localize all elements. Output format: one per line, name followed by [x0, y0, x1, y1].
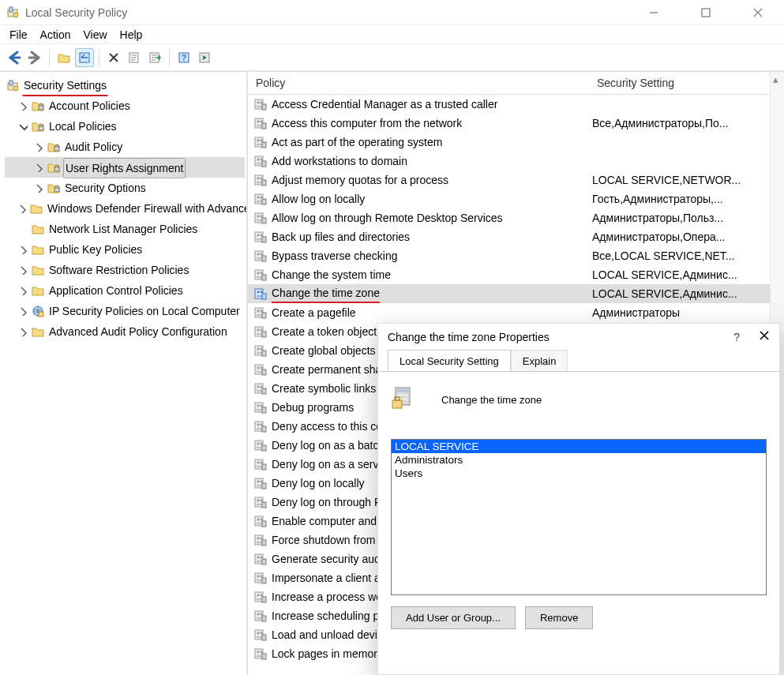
- expand-icon[interactable]: [17, 326, 28, 337]
- open-button[interactable]: [54, 48, 73, 67]
- policy-name: Generate security audits: [272, 551, 392, 567]
- policy-icon: [254, 363, 268, 376]
- policy-name: Create a token object: [272, 324, 377, 339]
- tab-explain[interactable]: Explain: [511, 350, 568, 372]
- dialog-title: Change the time zone Properties: [388, 331, 550, 343]
- tree-nlm[interactable]: Network List Manager Policies: [5, 219, 245, 239]
- expand-icon[interactable]: [17, 203, 27, 214]
- policy-name: Add workstations to domain: [272, 153, 407, 169]
- list-item[interactable]: Users: [392, 467, 766, 480]
- tree-local-policies[interactable]: Local Policies: [5, 116, 245, 137]
- tree-ipsec[interactable]: IP Security Policies on Local Computer: [5, 301, 245, 321]
- minimize-button[interactable]: [637, 2, 670, 24]
- policy-row[interactable]: Bypass traverse checkingВсе,LOCAL SERVIC…: [248, 246, 784, 265]
- dialog-help-button[interactable]: ?: [733, 331, 740, 343]
- policy-row[interactable]: Back up files and directoriesАдминистрат…: [248, 227, 784, 246]
- menu-help[interactable]: Help: [120, 28, 143, 41]
- policy-row[interactable]: Access this computer from the networkВсе…: [248, 114, 784, 133]
- folder-icon: [32, 264, 44, 276]
- column-header-policy[interactable]: Policy: [248, 77, 589, 89]
- policy-name: Access this computer from the network: [272, 115, 462, 131]
- tree-account-policies[interactable]: Account Policies: [5, 96, 245, 116]
- folder-lock-icon: [32, 99, 44, 112]
- policy-icon: [254, 268, 268, 281]
- policy-row[interactable]: Access Credential Manager as a trusted c…: [248, 95, 784, 114]
- window-title: Local Security Policy: [25, 6, 637, 19]
- policy-name: Create a pagefile: [272, 305, 356, 321]
- policy-icon: [254, 117, 268, 129]
- toolbar-separator: [169, 49, 170, 66]
- policy-icon: [254, 458, 268, 471]
- policy-row[interactable]: Add workstations to domain: [248, 152, 784, 171]
- policy-name: Allow log on locally: [272, 191, 365, 207]
- tree-audit-policy[interactable]: Audit Policy: [5, 137, 245, 157]
- tree-root[interactable]: Security Settings: [5, 75, 245, 96]
- policy-row[interactable]: Change the system timeLOCAL SERVICE,Адми…: [248, 265, 784, 284]
- policy-icon: [254, 553, 268, 565]
- tree-security-options[interactable]: Security Options: [5, 178, 245, 198]
- menu-view[interactable]: View: [83, 28, 107, 41]
- tree-acp[interactable]: Application Control Policies: [5, 280, 245, 301]
- menu-file[interactable]: File: [9, 28, 28, 41]
- column-header-setting[interactable]: Security Setting: [589, 77, 784, 89]
- policy-setting: Администраторы: [589, 305, 784, 321]
- expand-icon[interactable]: [17, 285, 28, 296]
- expand-icon[interactable]: [33, 162, 44, 173]
- tree-root-label: Security Settings: [22, 76, 108, 96]
- policy-icon: [254, 515, 268, 527]
- tab-local-security-setting[interactable]: Local Security Setting: [388, 350, 511, 372]
- policy-icon: [254, 325, 268, 338]
- remove-button[interactable]: Remove: [525, 606, 593, 629]
- policy-row[interactable]: Change the time zoneLOCAL SERVICE,Админи…: [248, 284, 784, 303]
- folder-icon: [30, 202, 43, 215]
- tree-user-rights[interactable]: User Rights Assignment: [5, 157, 245, 178]
- policy-icon: [254, 344, 268, 357]
- expand-icon[interactable]: [17, 306, 28, 317]
- tree-pane[interactable]: Security Settings Account Policies Local…: [0, 72, 248, 675]
- dialog-close-button[interactable]: [759, 330, 770, 343]
- expand-icon[interactable]: [33, 141, 44, 152]
- export-button[interactable]: [145, 48, 164, 67]
- policy-row[interactable]: Act as part of the operating system: [248, 133, 784, 152]
- policy-icon: [254, 136, 268, 148]
- tree-item-label: Public Key Policies: [47, 240, 144, 259]
- dialog-caption: Change the time zone: [441, 394, 542, 406]
- policy-setting: Администраторы,Польз...: [589, 210, 784, 226]
- run-button[interactable]: [195, 48, 214, 67]
- properties-button[interactable]: [125, 48, 144, 67]
- close-button[interactable]: [741, 2, 775, 24]
- toggle-details-button[interactable]: [75, 48, 94, 67]
- list-item[interactable]: Administrators: [392, 453, 766, 467]
- tree-pkp[interactable]: Public Key Policies: [5, 239, 245, 260]
- collapse-icon[interactable]: [17, 121, 28, 132]
- policy-icon: [254, 628, 268, 641]
- expand-icon[interactable]: [17, 264, 28, 276]
- expand-icon[interactable]: [17, 100, 28, 111]
- policy-row[interactable]: Adjust memory quotas for a processLOCAL …: [248, 171, 784, 189]
- back-button[interactable]: [5, 48, 24, 67]
- tree-wfirewall[interactable]: Windows Defender Firewall with Advanced …: [5, 198, 245, 219]
- policy-row[interactable]: Allow log on through Remote Desktop Serv…: [248, 208, 784, 227]
- menu-action[interactable]: Action: [40, 28, 71, 41]
- maximize-button[interactable]: [689, 2, 722, 24]
- titlebar: Local Security Policy: [0, 0, 784, 25]
- expand-icon[interactable]: [17, 244, 28, 255]
- users-listbox[interactable]: LOCAL SERVICE Administrators Users: [391, 439, 767, 595]
- expand-icon[interactable]: [33, 182, 44, 193]
- policy-name: Create global objects: [272, 343, 376, 358]
- policy-setting: LOCAL SERVICE,NETWOR...: [589, 172, 784, 188]
- list-item[interactable]: LOCAL SERVICE: [392, 440, 766, 453]
- policy-row[interactable]: Allow log on locallyГость,Администраторы…: [248, 189, 784, 208]
- help-button[interactable]: [174, 48, 193, 67]
- forward-button[interactable]: [25, 48, 44, 67]
- tree-srp[interactable]: Software Restriction Policies: [5, 260, 245, 280]
- policy-icon: [254, 609, 268, 622]
- policy-name: Create symbolic links: [272, 381, 376, 396]
- tree-aap[interactable]: Advanced Audit Policy Configuration: [5, 321, 245, 342]
- add-user-button[interactable]: Add User or Group...: [391, 606, 516, 629]
- policy-name: Bypass traverse checking: [272, 248, 398, 264]
- policy-row[interactable]: Create a pagefileАдминистраторы: [248, 303, 784, 322]
- delete-button[interactable]: [104, 48, 123, 67]
- tree-item-label: Account Policies: [47, 96, 132, 115]
- tree-item-label: Network List Manager Policies: [47, 219, 199, 238]
